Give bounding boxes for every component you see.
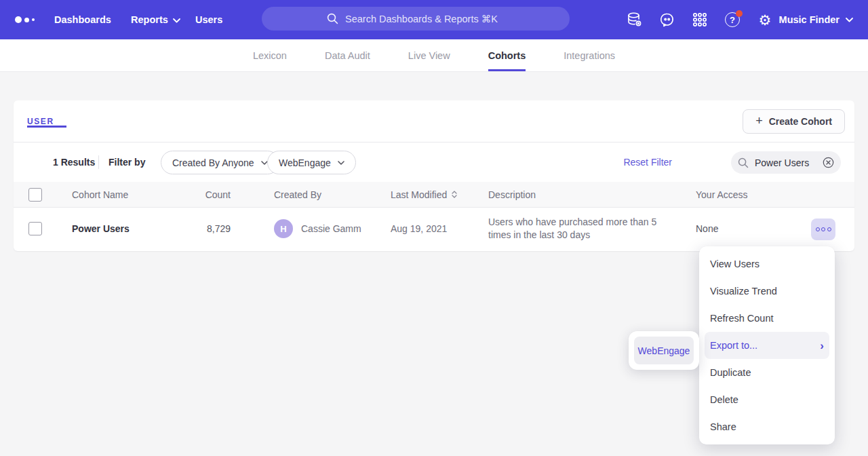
chevron-down-icon bbox=[338, 161, 344, 165]
sort-icon[interactable] bbox=[452, 191, 457, 198]
table-header-row: Cohort Name Count Created By Last Modifi… bbox=[14, 182, 854, 208]
reset-filter-link[interactable]: Reset Filter bbox=[623, 157, 672, 168]
created-by-cell: H Cassie Gamm bbox=[274, 208, 361, 250]
avatar: H bbox=[274, 219, 293, 238]
chevron-down-icon bbox=[846, 18, 853, 22]
help-icon[interactable]: ? bbox=[716, 0, 749, 39]
tab-data-audit[interactable]: Data Audit bbox=[325, 39, 370, 71]
navbar-icon-group: ? ⚙ bbox=[618, 0, 781, 39]
settings-icon[interactable]: ⚙ bbox=[749, 0, 781, 39]
cohort-name-cell[interactable]: Power Users bbox=[72, 208, 130, 250]
create-cohort-label: Create Cohort bbox=[769, 116, 832, 127]
menu-item-duplicate[interactable]: Duplicate bbox=[699, 359, 835, 386]
apps-grid-icon[interactable] bbox=[684, 0, 716, 39]
export-submenu: WebEngage bbox=[629, 331, 699, 370]
workspace-switcher[interactable]: Music Finder bbox=[779, 0, 856, 39]
table-row[interactable]: Power Users 8,729 H Cassie Gamm Aug 19, … bbox=[14, 208, 854, 250]
submenu-item-webengage[interactable]: WebEngage bbox=[634, 337, 694, 364]
global-search[interactable] bbox=[262, 7, 570, 31]
row-actions-button[interactable] bbox=[811, 218, 835, 240]
tab-integrations[interactable]: Integrations bbox=[564, 39, 615, 71]
chevron-down-icon bbox=[173, 18, 180, 23]
export-to-label: Export to... bbox=[710, 340, 757, 351]
description-cell: Users who have purchased more than 5 tim… bbox=[488, 208, 662, 250]
menu-item-visualize-trend[interactable]: Visualize Trend bbox=[699, 278, 835, 305]
created-by-filter-value: Created By Anyone bbox=[172, 157, 254, 168]
data-management-icon[interactable] bbox=[618, 0, 651, 39]
user-tab-label: USER bbox=[27, 117, 54, 126]
nav-users[interactable]: Users bbox=[195, 0, 222, 39]
column-header-count[interactable]: Count bbox=[176, 182, 231, 207]
workspace-name: Music Finder bbox=[779, 14, 840, 25]
messages-icon[interactable] bbox=[651, 0, 684, 39]
created-by-filter-dropdown[interactable]: Created By Anyone bbox=[161, 151, 279, 174]
gear-glyph: ⚙ bbox=[759, 13, 772, 27]
filter-bar: 1 Results Filter by Created By Anyone We… bbox=[14, 142, 854, 182]
column-header-your-access[interactable]: Your Access bbox=[696, 182, 748, 207]
section-tabs: Lexicon Data Audit Live View Cohorts Int… bbox=[0, 39, 868, 72]
last-modified-cell: Aug 19, 2021 bbox=[391, 208, 447, 250]
column-header-created-by[interactable]: Created By bbox=[274, 182, 321, 207]
nav-reports[interactable]: Reports bbox=[131, 0, 180, 39]
integration-filter-value: WebEngage bbox=[279, 157, 331, 168]
notification-badge bbox=[736, 10, 743, 17]
panel-header: USER + Create Cohort bbox=[14, 100, 854, 142]
creator-name: Cassie Gamm bbox=[301, 223, 361, 234]
tab-live-view[interactable]: Live View bbox=[408, 39, 450, 71]
clear-search-icon[interactable] bbox=[823, 157, 834, 168]
filter-by-label: Filter by bbox=[108, 157, 145, 168]
nav-users-label: Users bbox=[195, 14, 222, 25]
select-all-checkbox[interactable] bbox=[28, 188, 42, 202]
menu-item-refresh-count[interactable]: Refresh Count bbox=[699, 305, 835, 332]
row-actions-menu: View Users Visualize Trend Refresh Count… bbox=[699, 246, 835, 444]
nav-reports-label: Reports bbox=[131, 14, 168, 25]
screen: Dashboards Reports Users bbox=[0, 0, 868, 456]
search-icon bbox=[738, 157, 749, 168]
tab-cohorts[interactable]: Cohorts bbox=[488, 39, 526, 71]
menu-item-export-to[interactable]: Export to... › bbox=[705, 332, 829, 359]
description-text: Users who have purchased more than 5 tim… bbox=[488, 216, 662, 242]
create-cohort-button[interactable]: + Create Cohort bbox=[743, 109, 845, 134]
cohorts-panel: USER + Create Cohort 1 Results Filter by… bbox=[14, 100, 854, 251]
column-header-description[interactable]: Description bbox=[488, 182, 662, 207]
menu-item-share[interactable]: Share bbox=[699, 413, 835, 440]
active-tab-underline bbox=[27, 126, 66, 128]
column-header-cohort-name[interactable]: Cohort Name bbox=[72, 182, 128, 207]
top-navbar: Dashboards Reports Users bbox=[0, 0, 868, 39]
tab-user-cohorts[interactable]: USER bbox=[27, 117, 54, 126]
row-checkbox[interactable] bbox=[28, 222, 42, 235]
cohort-search[interactable] bbox=[731, 151, 841, 174]
nav-dashboards-label: Dashboards bbox=[54, 14, 111, 25]
search-icon bbox=[327, 13, 338, 24]
cohort-search-input[interactable] bbox=[755, 157, 814, 168]
last-modified-label: Last Modified bbox=[391, 189, 447, 200]
count-cell: 8,729 bbox=[176, 208, 231, 250]
results-count: 1 Results bbox=[53, 157, 95, 168]
mixpanel-logo-icon[interactable] bbox=[15, 0, 35, 39]
divider bbox=[98, 155, 99, 169]
chevron-right-icon: › bbox=[820, 340, 824, 352]
column-header-last-modified[interactable]: Last Modified bbox=[391, 182, 457, 207]
menu-item-delete[interactable]: Delete bbox=[699, 386, 835, 413]
menu-item-view-users[interactable]: View Users bbox=[699, 250, 835, 278]
nav-dashboards[interactable]: Dashboards bbox=[54, 0, 111, 39]
your-access-cell: None bbox=[696, 208, 718, 250]
plus-icon: + bbox=[755, 115, 763, 127]
global-search-input[interactable] bbox=[345, 14, 505, 24]
integration-filter-dropdown[interactable]: WebEngage bbox=[267, 151, 356, 174]
tab-lexicon[interactable]: Lexicon bbox=[253, 39, 287, 71]
